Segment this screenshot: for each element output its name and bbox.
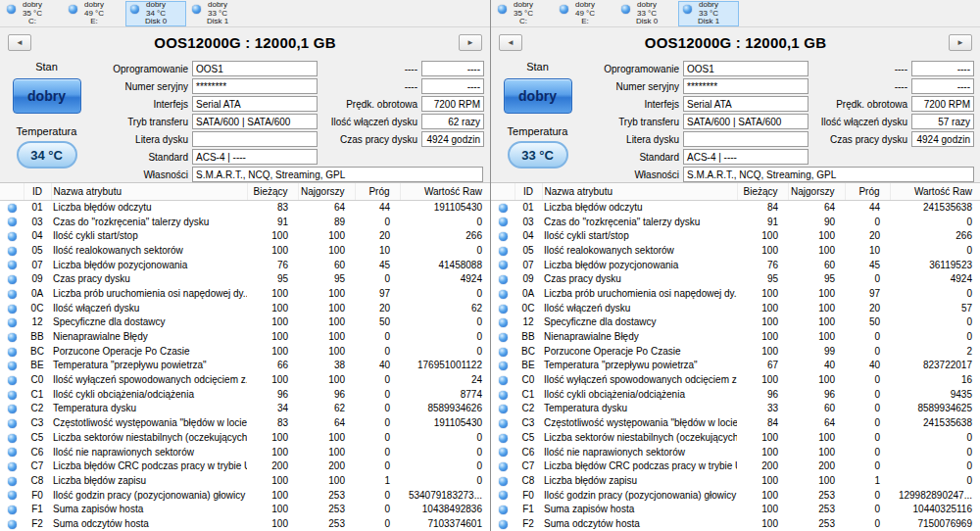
temperature-indicator[interactable]: 33 °C — [508, 141, 568, 169]
attribute-row[interactable]: BETemperatura "przepływu powietrza"67404… — [491, 359, 980, 373]
attribute-row[interactable]: C1Ilość cykli obciążenia/odciążenia96960… — [491, 387, 980, 402]
attribute-cell: 100 — [298, 473, 355, 488]
attribute-cell: 100 — [298, 315, 355, 330]
attribute-cell: 44 — [355, 200, 400, 215]
field-row: Prędk. obrotowa7200 RPM — [319, 95, 484, 113]
attribute-cell: C2 — [24, 402, 51, 416]
attribute-row[interactable]: 04Ilość cykli start/stop10010020266 — [0, 228, 490, 243]
attribute-row[interactable]: 0CIlość włączeń dysku1001002057 — [491, 301, 980, 315]
attribute-row[interactable]: C2Temperatura dysku346208589934626 — [0, 402, 490, 416]
attribute-row[interactable]: F1Suma zapisów hosta100253010438492836 — [0, 502, 490, 516]
health-status-button[interactable]: dobry — [13, 78, 81, 114]
attribute-cell: 0 — [355, 516, 400, 531]
diskinfo-window-2: dobry35 °CC:dobry49 °CE:dobry33 °CDisk 0… — [490, 0, 980, 531]
attribute-row[interactable]: C7Liczba błędów CRC podczas pracy w tryb… — [0, 459, 490, 473]
attribute-row[interactable]: 05Ilość realokowanych sektorów100100100 — [491, 243, 980, 258]
attribute-cell: 01 — [514, 200, 542, 215]
attribute-cell: Temperatura "przepływu powietrza" — [542, 359, 737, 373]
attribute-cell: 45 — [845, 258, 890, 272]
attribute-row[interactable]: C8Liczba błędów zapisu10010010 — [0, 473, 490, 488]
attribute-row[interactable]: BCPorzucone Operacje Po Czasie1009902 — [491, 344, 980, 359]
field-value: 7200 RPM — [911, 96, 974, 112]
attribute-row[interactable]: BBNienaprawialne Błędy10010000 — [0, 329, 490, 344]
attribute-row[interactable]: F2Suma odczytów hosta10025307103374601 — [0, 516, 490, 531]
attribute-status-icon — [8, 217, 17, 226]
attribute-row[interactable]: C5Liczba sektorów niestabilnych (oczekuj… — [491, 430, 980, 445]
attribute-row[interactable]: BCPorzucone Operacje Po Czasie10010000 — [0, 344, 490, 359]
attribute-row[interactable]: 0CIlość włączeń dysku1001002062 — [0, 301, 490, 315]
attribute-cell: 0 — [355, 215, 400, 229]
attribute-row[interactable]: 01Liczba błędów odczytu836444191105430 — [0, 200, 490, 215]
attribute-cell: Liczba prób uruchomienia osi napędowej d… — [542, 286, 737, 301]
attribute-status-icon — [499, 275, 508, 284]
attribute-row[interactable]: 0ALiczba prób uruchomienia osi napędowej… — [0, 286, 490, 301]
disk-tab-e[interactable]: dobry49 °CE: — [555, 1, 615, 26]
attribute-cell: 100 — [247, 473, 298, 488]
next-disk-button[interactable]: ► — [459, 34, 482, 51]
attribute-row[interactable]: F2Suma odczytów hosta10025307150076969 — [491, 516, 980, 531]
attribute-status-icon — [8, 305, 17, 314]
temperature-indicator[interactable]: 34 °C — [17, 141, 77, 169]
attribute-row[interactable]: F0Ilość godzin pracy (pozycjonowania) gł… — [491, 488, 980, 503]
attribute-row[interactable]: 09Czas pracy dysku959504924 — [0, 271, 490, 286]
app: dobry35 °CC:dobry49 °CE:dobry34 °CDisk 0… — [0, 0, 980, 531]
attribute-status-icon — [499, 491, 508, 500]
prev-disk-button[interactable]: ◄ — [499, 34, 522, 51]
disk-tab-c[interactable]: dobry35 °CC: — [2, 1, 63, 26]
prev-disk-button[interactable]: ◄ — [8, 34, 31, 51]
disk-tab-e[interactable]: dobry49 °CE: — [64, 1, 124, 26]
attribute-status-cell — [491, 359, 514, 373]
attribute-row[interactable]: 0ALiczba prób uruchomienia osi napędowej… — [491, 286, 980, 301]
attribute-row[interactable]: F0Ilość godzin pracy (pozycjonowania) gł… — [0, 488, 490, 503]
attribute-row[interactable]: 07Liczba błędów pozycjonowania7660454145… — [0, 258, 490, 272]
attribute-row[interactable]: 07Liczba błędów pozycjonowania7660453611… — [491, 258, 980, 272]
attribute-status-icon — [499, 419, 508, 428]
attribute-cell: 10440325116 — [890, 502, 980, 516]
attribute-row[interactable]: C6Ilość nie naprawionych sektorów1001000… — [0, 445, 490, 459]
health-status-button[interactable]: dobry — [504, 78, 572, 114]
disk-tab-name: E: — [575, 18, 595, 26]
attribute-row[interactable]: 09Czas pracy dysku959504924 — [491, 271, 980, 286]
attribute-row[interactable]: C3Częstotliwość występowania "błędów w l… — [0, 415, 490, 430]
attribute-status-icon — [8, 477, 17, 486]
attribute-cell: 100 — [247, 228, 298, 243]
attribute-row[interactable]: 05Ilość realokowanych sektorów100100100 — [0, 243, 490, 258]
attribute-row[interactable]: BBNienaprawialne Błędy10010000 — [491, 329, 980, 344]
disk-tab-disk-0[interactable]: dobry34 °CDisk 0 — [125, 1, 186, 26]
attribute-row[interactable]: 12Specyficzne dla dostawcy100100500 — [491, 315, 980, 330]
header-id: ID — [514, 183, 542, 200]
attribute-row[interactable]: F1Suma zapisów hosta100253010440325116 — [491, 502, 980, 516]
disk-tab-disk-1[interactable]: dobry33 °CDisk 1 — [187, 1, 248, 26]
attribute-cell: 0 — [355, 402, 400, 416]
attribute-cell: 0 — [845, 488, 890, 503]
attribute-row[interactable]: C2Temperatura dysku336008589934625 — [491, 402, 980, 416]
attribute-row[interactable]: 01Liczba błędów odczytu846444241535638 — [491, 200, 980, 215]
attribute-cell: C0 — [24, 372, 51, 387]
field-label: Standard — [584, 152, 679, 163]
disk-tab-bar: dobry35 °CC:dobry49 °CE:dobry33 °CDisk 0… — [491, 0, 980, 27]
next-disk-button[interactable]: ► — [949, 34, 972, 51]
attribute-status-icon — [8, 362, 17, 370]
attribute-row[interactable]: 03Czas do "rozkręcenia" talerzy dysku918… — [0, 215, 490, 229]
attribute-cell: 64 — [298, 415, 355, 430]
attribute-cell: 0 — [355, 415, 400, 430]
disk-tab-disk-1[interactable]: dobry33 °CDisk 1 — [678, 1, 739, 26]
disk-tab-disk-0[interactable]: dobry33 °CDisk 0 — [616, 1, 677, 26]
field-label: Numer seryjny — [93, 81, 188, 92]
attribute-row[interactable]: 12Specyficzne dla dostawcy100100500 — [0, 315, 490, 330]
attribute-row[interactable]: 04Ilość cykli start/stop10010020266 — [491, 228, 980, 243]
field-label: Ilość włączeń dysku — [809, 117, 907, 127]
attribute-row[interactable]: C0Ilość wyłączeń spowodowanych odcięciem… — [0, 372, 490, 387]
attribute-row[interactable]: C0Ilość wyłączeń spowodowanych odcięciem… — [491, 372, 980, 387]
disk-tab-c[interactable]: dobry35 °CC: — [493, 1, 554, 26]
attribute-row[interactable]: C5Liczba sektorów niestabilnych (oczekuj… — [0, 430, 490, 445]
attribute-row[interactable]: 03Czas do "rozkręcenia" talerzy dysku919… — [491, 215, 980, 229]
attribute-cell: 16 — [890, 372, 980, 387]
attribute-row[interactable]: BETemperatura "przepływu powietrza"66384… — [0, 359, 490, 373]
attribute-cell: 76 — [247, 258, 298, 272]
attribute-row[interactable]: C7Liczba błędów CRC podczas pracy w tryb… — [491, 459, 980, 473]
attribute-row[interactable]: C3Częstotliwość występowania "błędów w l… — [491, 415, 980, 430]
attribute-row[interactable]: C8Liczba błędów zapisu10010010 — [491, 473, 980, 488]
attribute-row[interactable]: C6Ilość nie naprawionych sektorów1001000… — [491, 445, 980, 459]
attribute-row[interactable]: C1Ilość cykli obciążenia/odciążenia96960… — [0, 387, 490, 402]
